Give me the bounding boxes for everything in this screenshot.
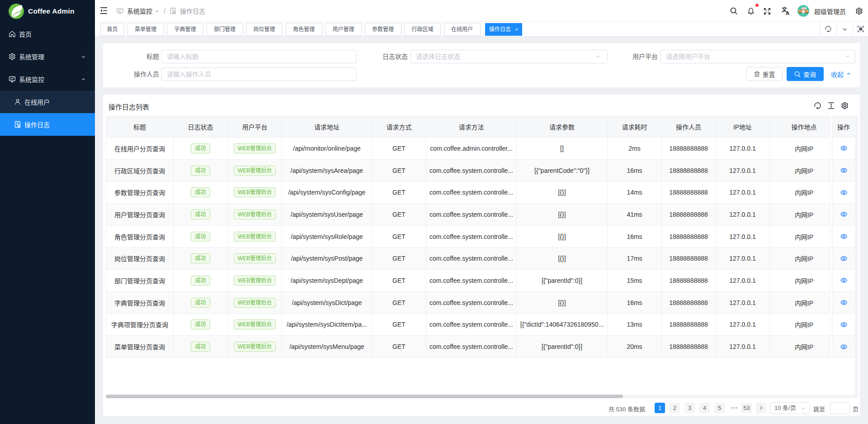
svg-text:A: A xyxy=(786,10,789,15)
